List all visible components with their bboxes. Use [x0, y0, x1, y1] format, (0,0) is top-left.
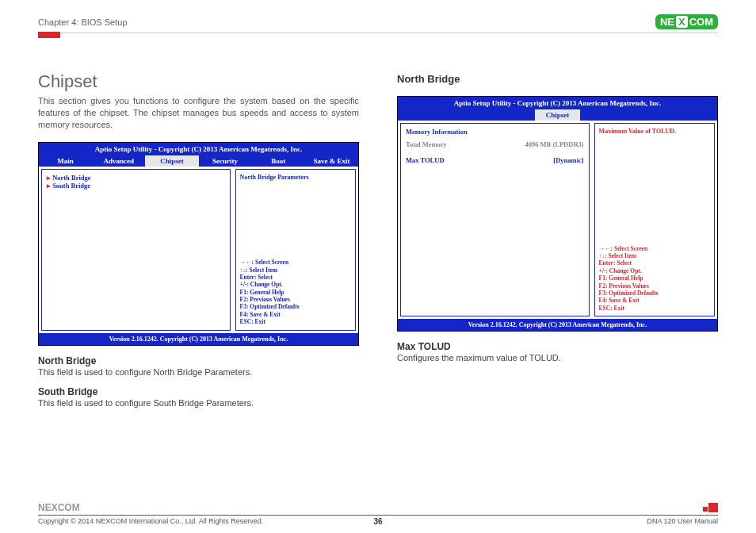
- red-tab-decoration: [38, 32, 60, 38]
- bios-tabs-2: Chipset: [398, 109, 717, 121]
- maxtolud-heading: Max TOLUD: [397, 341, 718, 352]
- bios-tab-boot[interactable]: Boot: [252, 155, 305, 167]
- maxtolud-desc: Configures the maximum value of TOLUD.: [397, 353, 718, 362]
- bios-title-bar-2: Aptio Setup Utility - Copyright (C) 2013…: [398, 97, 717, 109]
- page-header: Chapter 4: BIOS Setup NE X COM: [38, 14, 718, 33]
- bios-help-pane-2: Maximum Value of TOLUD. →←: Select Scree…: [594, 123, 715, 316]
- chapter-label: Chapter 4: BIOS Setup: [38, 17, 128, 27]
- bios-memory-pane: Memory Information Total Memory4096 MB (…: [400, 123, 590, 316]
- nb-heading: North Bridge: [38, 355, 359, 366]
- mem-row-maxtolud[interactable]: Max TOLUD[Dynamic]: [406, 156, 584, 164]
- bios-item-southbridge[interactable]: ▸ South Bridge: [47, 182, 225, 190]
- bios-nav-keys: →←: Select Screen ↑↓: Select Item Enter:…: [240, 259, 351, 325]
- mem-info-heading: Memory Information: [406, 128, 584, 136]
- right-title: North Bridge: [397, 73, 718, 85]
- section-title: Chipset: [38, 71, 359, 92]
- bios-northbridge-screen: Aptio Setup Utility - Copyright (C) 2013…: [397, 96, 718, 332]
- bios-tab-security[interactable]: Security: [199, 155, 252, 167]
- bios-help-text-2: Maximum Value of TOLUD.: [599, 128, 710, 135]
- left-column: Chipset This section gives you functions…: [38, 71, 359, 408]
- bios-tab-chipset-2[interactable]: Chipset: [535, 109, 581, 121]
- bios-chipset-screen: Aptio Setup Utility - Copyright (C) 2013…: [38, 142, 359, 346]
- bios-help-pane: North Bridge Parameters →←: Select Scree…: [235, 169, 356, 331]
- bios-version-bar-2: Version 2.16.1242. Copyright (C) 2013 Am…: [398, 319, 717, 331]
- bios-item-northbridge[interactable]: ▸ North Bridge: [47, 174, 225, 182]
- mem-row-total: Total Memory4096 MB (LPDDR3): [406, 140, 584, 148]
- bios-nav-keys-2: →←: Select Screen ↑↓: Select Item Enter:…: [599, 245, 710, 312]
- bios-help-text: North Bridge Parameters: [240, 174, 351, 181]
- sb-heading: South Bridge: [38, 386, 359, 397]
- bios-version-bar: Version 2.16.1242. Copyright (C) 2013 Am…: [39, 333, 358, 345]
- bios-tabs: Main Advanced Chipset Security Boot Save…: [39, 155, 358, 167]
- bios-tab-chipset[interactable]: Chipset: [145, 155, 198, 167]
- page-footer: NEXCOM Copyright © 2014 NEXCOM Internati…: [0, 502, 756, 525]
- bios-tab-advanced[interactable]: Advanced: [92, 155, 145, 167]
- bios-title-bar: Aptio Setup Utility - Copyright (C) 2013…: [39, 143, 358, 155]
- bios-tab-main[interactable]: Main: [39, 155, 92, 167]
- sb-desc: This field is used to configure South Br…: [38, 398, 359, 408]
- nb-desc: This field is used to configure North Br…: [38, 367, 359, 377]
- bios-tab-saveexit[interactable]: Save & Exit: [305, 155, 358, 167]
- section-intro: This section gives you functions to conf…: [38, 95, 359, 131]
- right-column: North Bridge Aptio Setup Utility - Copyr…: [397, 71, 718, 408]
- footer-copyright: Copyright © 2014 NEXCOM International Co…: [38, 517, 263, 525]
- footer-manual: DNA 120 User Manual: [647, 517, 718, 525]
- footer-page-number: 36: [373, 517, 382, 526]
- bios-menu-pane: ▸ North Bridge ▸ South Bridge: [41, 169, 231, 331]
- brand-logo: NE X COM: [655, 14, 718, 29]
- footer-logo: NEXCOM: [38, 502, 718, 513]
